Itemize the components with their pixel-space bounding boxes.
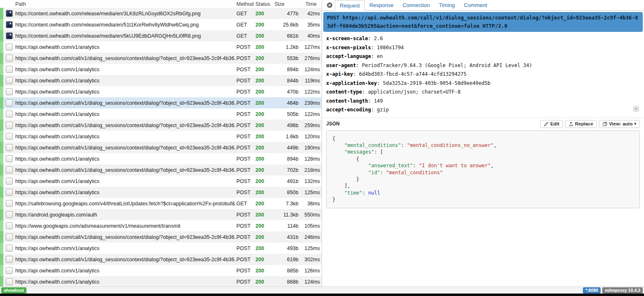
header-name: accept-encoding [326,107,371,113]
tab-timing[interactable]: Timing [434,0,460,10]
row-marker [0,108,3,120]
flow-row[interactable]: https://api.owhealth.com/call/v1/dialog_… [0,254,322,265]
method-cell: POST [236,245,255,251]
row-marker [0,86,3,97]
column-header-method[interactable]: Method [236,1,255,7]
flow-row[interactable]: https://content.owhealth.com/release/med… [0,30,322,41]
row-marker [0,220,3,231]
request-header-line[interactable]: accept-encoding: gzip [326,106,640,115]
flow-row[interactable]: https://api.owhealth.com/call/v1/dialog_… [0,120,322,131]
flow-row[interactable]: https://api.owhealth.com/v1/analyticsPOS… [0,131,322,142]
flow-row[interactable]: https://api.owhealth.com/v1/analyticsPOS… [0,153,322,164]
json-line: } [332,176,634,183]
header-value: : gzip [371,107,389,113]
header-value: : en [371,53,383,59]
flow-row[interactable]: https://api.owhealth.com/call/v1/dialog_… [0,231,322,243]
method-cell: POST [236,55,255,61]
column-header-time[interactable]: Time [298,1,322,7]
flow-row[interactable]: https://api.owhealth.com/v1/analyticsPOS… [0,64,322,75]
flow-row[interactable]: https://content.owhealth.com/release/med… [0,8,322,19]
status-cell: 200 [255,190,274,195]
flow-row[interactable]: https://api.owhealth.com/v1/analyticsPOS… [0,243,322,254]
add-header-icon[interactable] [633,106,639,113]
path-cell: https://www.googleapis.com/adsmeasuremen… [15,223,236,229]
tab-connection[interactable]: Connection [398,0,434,10]
json-body-viewer[interactable]: { "mental_conditions": "mental_condition… [326,130,640,208]
edit-button[interactable]: Edit [540,120,563,128]
status-cell: 200 [255,100,274,106]
header-value: : 6d4bd303-fbcd-4c57-a744-4cfd13294275 [353,71,467,77]
flow-row[interactable]: https://content.owhealth.com/release/med… [0,19,322,30]
path-cell: https://api.owhealth.com/v1/analytics [15,268,236,274]
flow-row[interactable]: https://api.owhealth.com/v1/analyticsPOS… [0,187,322,198]
request-header-line[interactable]: content-type: application/json; charset=… [326,88,640,97]
flow-row[interactable]: https://api.owhealth.com/v1/analyticsPOS… [0,86,322,97]
flow-row[interactable]: https://api.owhealth.com/v1/analyticsPOS… [0,276,322,286]
tab-request[interactable]: Request [335,0,365,11]
flow-row[interactable]: https://android.googleapis.com/authPOST2… [0,209,322,220]
flow-row[interactable]: https://api.owhealth.com/v1/analyticsPOS… [0,75,322,86]
method-cell: POST [236,190,255,195]
json-line: } [332,196,634,203]
path-cell: https://content.owhealth.com/release/med… [15,11,236,17]
flow-row[interactable]: https://safebrowsing.googleapis.com/v4/t… [0,198,322,209]
request-header-line[interactable]: x-application-key: 5da3252a-2919-403b-90… [326,79,640,88]
flow-row[interactable]: https://www.googleapis.com/adsmeasuremen… [0,220,322,231]
flow-table: Path Method Status Size Time https://con… [0,0,322,286]
flow-row[interactable]: https://api.owhealth.com/call/v1/dialog_… [0,53,322,64]
document-icon [6,245,13,252]
flow-row[interactable]: https://api.owhealth.com/call/v1/dialog_… [0,97,322,108]
document-icon [6,267,13,274]
path-cell: https://api.owhealth.com/v1/analytics [15,89,236,95]
method-cell: GET [236,11,255,17]
row-marker [0,187,3,198]
header-name: content-type [326,89,362,95]
request-header-line[interactable]: content-length: 149 [326,97,640,106]
method-cell: POST [236,167,255,173]
json-line: "answered_text": "I don't want to answer… [332,162,634,169]
document-icon [6,99,13,106]
flow-row[interactable]: https://api.owhealth.com/v1/analyticsPOS… [0,41,322,53]
header-name: user-agent [326,63,356,68]
close-icon[interactable] [324,0,335,10]
column-header-status[interactable]: Status [255,1,274,7]
header-value: : 5da3252a-2919-403b-9054-58d9ee40ed5b [377,80,491,86]
body-meta-bar: JSON Edit Replace [322,118,644,130]
status-cell: 200 [255,145,274,151]
tab-response[interactable]: Response [365,0,398,10]
status-cell: 200 [255,111,274,117]
request-header-line[interactable]: x-screen-pixels: 1080x1794 [326,43,640,53]
flow-row[interactable]: https://api.owhealth.com/call/v1/dialog_… [0,142,322,153]
request-first-line[interactable]: POST https://api.owhealth.com/call/v1/di… [323,12,643,32]
tab-bar: RequestResponseConnectionTimingComment [322,0,644,11]
upload-icon [569,122,573,126]
flow-row[interactable]: https://api.owhealth.com/v1/analyticsPOS… [0,108,322,120]
request-header-line[interactable]: x-api-key: 6d4bd303-fbcd-4c57-a744-4cfd1… [326,70,640,79]
size-cell: 505b [274,111,298,117]
flow-row[interactable]: https://api.owhealth.com/v1/analyticsPOS… [0,176,322,187]
document-icon [6,256,13,263]
header-name: x-screen-scale [326,36,368,41]
request-header-line[interactable]: x-screen-scale: 2.6 [326,34,640,43]
status-cell: 200 [255,223,274,229]
request-header-line[interactable]: user-agent: PeriodTracker/9.64.3 (Google… [326,61,640,70]
time-cell: 122ms [298,89,322,95]
flow-row[interactable]: https://api.owhealth.com/v1/analyticsPOS… [0,265,322,276]
view-mode-button[interactable]: View: auto ▾ [599,120,640,128]
time-cell: 128ms [298,156,322,162]
row-marker [0,276,3,286]
status-cell: 200 [255,245,274,251]
replace-button[interactable]: Replace [565,120,597,128]
size-cell: 431b [274,234,298,240]
status-bar: showhost *:8080 mitmproxy 10.4.2 [0,286,644,294]
header-value: : 149 [368,98,383,104]
size-cell: 844b [274,78,298,84]
main-area: Path Method Status Size Time https://con… [0,0,644,286]
document-icon [6,43,13,51]
column-header-path[interactable]: Path [15,1,236,7]
flow-row[interactable]: https://api.owhealth.com/call/v1/dialog_… [0,164,322,176]
request-header-line[interactable]: accept-language: en [326,52,640,61]
column-header-size[interactable]: Size [274,1,298,7]
tab-comment[interactable]: Comment [459,0,491,10]
path-cell: https://api.owhealth.com/call/v1/dialog_… [15,234,236,240]
